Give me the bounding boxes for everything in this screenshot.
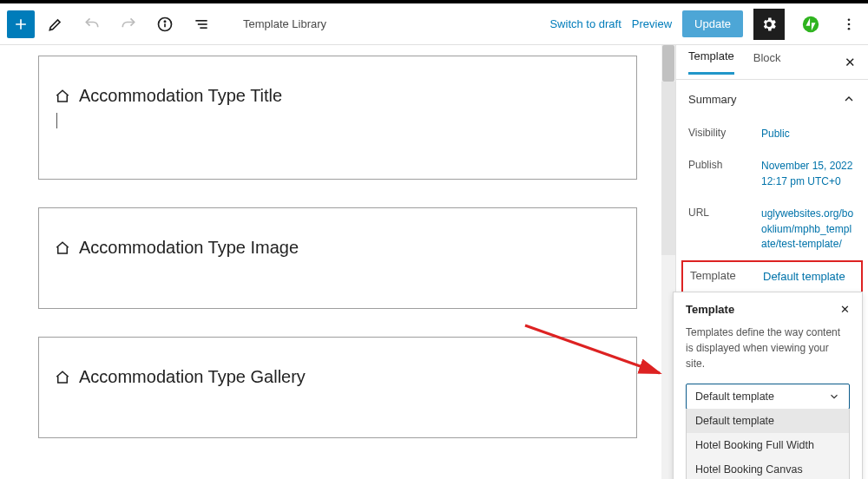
settings-sidebar: Template Block ✕ Summary Visibility Publ… — [675, 45, 868, 479]
svg-point-8 — [848, 23, 851, 25]
template-select[interactable]: Default template — [686, 384, 850, 410]
more-options-button[interactable] — [837, 9, 861, 40]
block-accommodation-gallery[interactable]: Accommodation Type Gallery — [38, 337, 637, 438]
house-icon — [55, 370, 70, 385]
template-option[interactable]: Default template — [687, 409, 849, 433]
house-icon — [55, 240, 70, 256]
chevron-up-icon — [842, 92, 856, 106]
template-option[interactable]: Hotel Booking Full Width — [687, 433, 849, 457]
preview-button[interactable]: Preview — [632, 17, 672, 30]
summary-panel-toggle[interactable]: Summary — [676, 80, 868, 118]
scroll-thumb[interactable] — [662, 45, 674, 82]
url-row[interactable]: URL uglywebsites.org/booklium/mphb_templ… — [676, 198, 868, 260]
info-button[interactable] — [149, 9, 181, 40]
block-title: Accommodation Type Title — [79, 86, 282, 106]
block-title: Accommodation Type Image — [79, 238, 299, 258]
svg-point-6 — [803, 16, 819, 31]
block-accommodation-title[interactable]: Accommodation Type Title — [38, 56, 637, 180]
gear-icon — [760, 16, 778, 33]
svg-point-2 — [164, 21, 165, 22]
template-select-options: Default template Hotel Booking Full Widt… — [686, 409, 850, 479]
editor-canvas[interactable]: Accommodation Type Title Accommodation T… — [0, 45, 675, 479]
close-popover-button[interactable]: ✕ — [840, 303, 850, 316]
template-row-highlight: Template Default template — [681, 260, 863, 294]
block-accommodation-image[interactable]: Accommodation Type Image — [38, 207, 637, 309]
house-icon — [55, 89, 70, 104]
switch-to-draft-button[interactable]: Switch to draft — [549, 17, 621, 30]
edit-icon[interactable] — [40, 9, 71, 40]
list-view-button[interactable] — [186, 9, 217, 40]
add-block-button[interactable] — [7, 10, 35, 38]
publish-row[interactable]: Publish November 15, 2022 12:17 pm UTC+0 — [676, 150, 868, 198]
template-popover-title: Template — [686, 303, 734, 316]
redo-button[interactable] — [113, 9, 144, 40]
editor-topbar: Template Library Switch to draft Preview… — [0, 3, 868, 45]
undo-button[interactable] — [76, 9, 108, 40]
svg-point-9 — [848, 27, 851, 30]
block-title: Accommodation Type Gallery — [79, 367, 306, 387]
template-value-link[interactable]: Default template — [763, 269, 845, 285]
update-button[interactable]: Update — [682, 10, 743, 37]
template-popover-desc: Templates define the way content is disp… — [686, 325, 850, 371]
svg-point-7 — [848, 18, 851, 21]
document-title: Template Library — [243, 17, 326, 30]
template-popover: Template ✕ Templates define the way cont… — [673, 292, 863, 479]
summary-label: Summary — [688, 93, 737, 106]
tab-template[interactable]: Template — [688, 49, 734, 75]
visibility-row[interactable]: Visibility Public — [676, 118, 868, 150]
template-option[interactable]: Hotel Booking Canvas — [687, 457, 849, 479]
jetpack-button[interactable] — [795, 9, 826, 40]
tab-block[interactable]: Block — [753, 51, 781, 74]
settings-button[interactable] — [753, 9, 785, 40]
chevron-down-icon — [828, 390, 840, 403]
text-cursor — [56, 113, 57, 128]
close-sidebar-button[interactable]: ✕ — [845, 55, 856, 70]
